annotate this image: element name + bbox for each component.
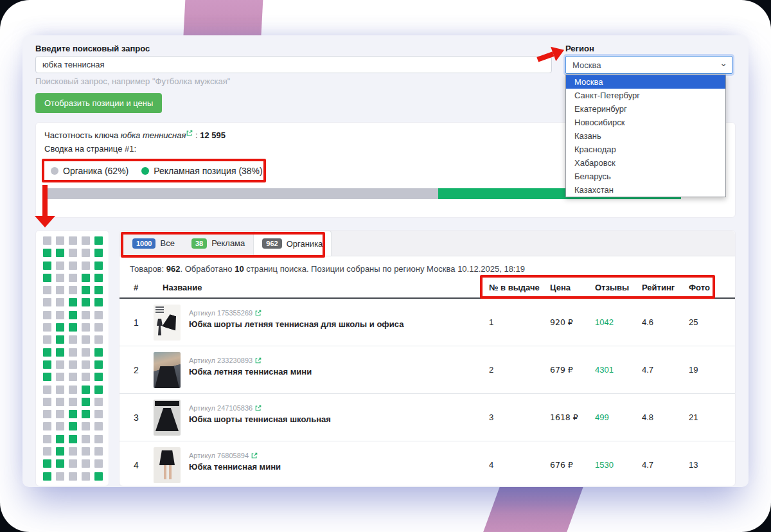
region-selected-value: Москва [572,60,601,70]
grid-cell [94,311,103,319]
grid-cell [56,422,64,430]
region-option[interactable]: Новосибирск [566,116,725,129]
external-link-icon[interactable] [186,130,193,136]
grid-cell [82,386,90,394]
grid-cell [69,274,77,282]
legend-item-ad: Рекламная позиция (38%) [141,166,262,176]
header-position: № в выдаче [489,283,540,292]
tab-ads-count-badge: 38 [191,238,207,249]
external-link-icon[interactable] [255,357,261,364]
frequency-text: Частотность ключа юбка теннисная : 12 59… [44,130,226,140]
external-link-icon[interactable] [255,310,261,316]
tab-organic-count-badge: 962 [262,238,281,249]
down-arrow-head-icon [35,216,55,227]
article-link[interactable]: Артикул 247105836 [189,404,253,412]
grid-cell [56,286,64,294]
grid-cell [56,447,64,456]
price-cell: 679 ₽ [550,365,573,375]
position-cell: 3 [489,412,493,422]
region-select[interactable]: Москва ⌄ [565,56,732,74]
header-price: Цена [550,283,571,292]
grid-cell [94,262,103,270]
tabs-bar: 1000 Все 38 Реклама 962 Органика [120,231,735,256]
region-option[interactable]: Казань [566,129,725,143]
photos-cell: 21 [689,412,698,422]
region-option[interactable]: Казахстан [566,183,725,197]
rating-cell: 4.7 [642,365,653,375]
grid-cell [82,274,90,282]
reviews-link[interactable]: 1530 [595,460,614,470]
grid-cell [69,459,77,468]
grid-cell [94,447,103,456]
tab-organic-label: Органика [287,239,323,249]
table-row: 3Артикул 247105836Юбка шорты теннисная ш… [120,394,735,441]
grid-cell [94,298,103,306]
grid-cell [94,286,103,294]
grid-cell [56,335,64,344]
article-link[interactable]: Артикул 233230893 [189,357,253,364]
article-link[interactable]: Артикул 175355269 [189,309,253,317]
grid-cell [56,373,64,381]
tab-all-label: Все [160,238,174,248]
grid-cell [69,360,77,369]
legend-annotation-box: Органика (62%) Рекламная позиция (38%) [42,159,266,182]
tab-all-count-badge: 1000 [132,238,155,249]
results-summary: Товаров: 962. Обработано 10 страниц поис… [130,264,525,274]
row-number: 1 [134,317,139,328]
grid-cell [94,459,103,468]
grid-cell [82,472,90,481]
external-link-icon[interactable] [251,452,258,459]
external-link-icon[interactable] [255,405,261,411]
reviews-link[interactable]: 1042 [595,317,614,327]
grid-cell [43,236,51,245]
reviews-link[interactable]: 499 [595,412,609,422]
product-thumbnail [154,447,181,483]
tab-organic[interactable]: 962 Органика [253,231,332,256]
show-positions-button[interactable]: Отобразить позиции и цены [35,93,162,113]
table-row: 2Артикул 233230893Юбка летняя теннисная … [120,346,735,394]
grid-cell [56,360,64,369]
grid-cell [94,323,103,332]
product-title: Юбка шорты теннисная школьная [189,414,331,424]
results-card: 1000 Все 38 Реклама 962 Органика Товаров… [119,230,736,486]
region-option[interactable]: Екатеринбург [566,102,725,116]
reviews-link[interactable]: 4301 [595,365,614,375]
position-grid [36,231,109,481]
grid-cell [43,386,51,394]
region-option[interactable]: Краснодар [566,143,725,156]
grid-cell [82,335,90,344]
decorative-pink-shape-top [183,0,263,36]
region-option[interactable]: Хабаровск [566,156,725,170]
grid-cell [56,262,64,270]
position-cell: 1 [489,317,493,327]
region-option[interactable]: Беларусь [566,170,725,183]
grid-cell [43,311,51,319]
search-input[interactable] [35,56,552,73]
grid-cell [56,249,64,257]
product-title: Юбка теннисная мини [189,462,281,472]
article-link[interactable]: Артикул 76805894 [189,452,249,459]
tab-all[interactable]: 1000 Все [124,231,183,256]
position-grid-card [35,230,109,486]
price-cell: 1618 ₽ [550,412,578,422]
position-cell: 4 [489,460,493,470]
grid-cell [94,236,103,245]
page-background: Введите поисковый запрос Поисковый запро… [0,0,771,532]
grid-cell [94,249,103,257]
header-photos: Фото [689,283,710,292]
grid-cell [69,286,77,294]
region-option[interactable]: Москва [566,75,725,89]
decorative-pink-shape-bottom [483,486,583,532]
grid-cell [69,262,77,270]
header-reviews: Отзывы [595,283,629,292]
region-option[interactable]: Санкт-Петербург [566,89,725,102]
search-query-label: Введите поисковый запрос [35,44,150,53]
grid-cell [43,373,51,381]
grid-cell [69,298,77,306]
tab-ads[interactable]: 38 Реклама [183,231,253,256]
grid-cell [56,472,64,481]
grid-cell [43,274,51,282]
photos-cell: 13 [689,460,698,470]
grid-cell [82,323,90,332]
rating-cell: 4.8 [642,412,653,422]
